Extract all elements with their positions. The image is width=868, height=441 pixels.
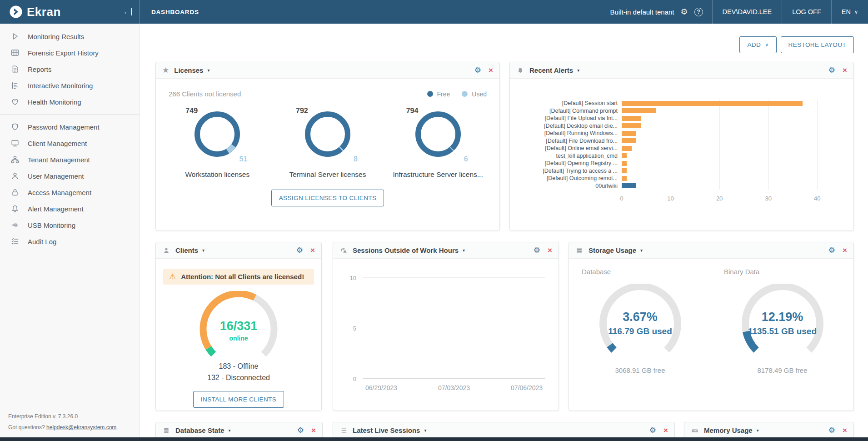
- sidebar-item-label: Client Management: [28, 140, 87, 147]
- widget-close-icon[interactable]: ×: [489, 66, 493, 75]
- sidebar-item-label: User Management: [28, 172, 84, 180]
- alert-bar-row: [622, 145, 842, 152]
- alert-bar: [622, 138, 636, 143]
- logoff-button[interactable]: LOG OFF: [782, 0, 831, 24]
- warning-text: Attention: Not all Clients are licensed!: [181, 273, 304, 281]
- topbar-right: Built-in default tenant ⚙ ? DEV\DAVID.LE…: [601, 0, 868, 24]
- lock-icon: [10, 187, 20, 197]
- sidebar-item-forensic-export-history[interactable]: Forensic Export History: [0, 45, 139, 61]
- chevron-down-icon[interactable]: ▾: [207, 68, 210, 73]
- sidebar-collapse-button[interactable]: ←: [123, 8, 132, 15]
- sidebar-item-monitoring-results[interactable]: Monitoring Results: [0, 28, 139, 45]
- brand-name: Ekran: [27, 5, 61, 19]
- widget-settings-icon[interactable]: ⚙: [828, 65, 835, 75]
- heart-icon: [10, 97, 20, 107]
- widget-close-icon[interactable]: ×: [663, 426, 668, 435]
- widget-settings-icon[interactable]: ⚙: [474, 65, 481, 75]
- chart-lines-icon: [10, 80, 20, 90]
- widget-title[interactable]: Memory Usage: [704, 426, 753, 434]
- x-tick-label: 0: [620, 195, 623, 202]
- widget-title[interactable]: Recent Alerts: [529, 66, 573, 74]
- chevron-down-icon[interactable]: ▾: [202, 248, 205, 253]
- current-user[interactable]: DEV\DAVID.LEE: [712, 0, 782, 24]
- sidebar-item-password-management[interactable]: Password Management: [0, 119, 139, 135]
- widget-close-icon[interactable]: ×: [843, 66, 847, 75]
- widget-sessions-header: Sessions Outside of Work Hours ▾ ⚙ ×: [333, 242, 559, 259]
- widget-title[interactable]: Database State: [175, 426, 224, 434]
- sidebar-item-client-management[interactable]: Client Management: [0, 135, 139, 151]
- alert-bar-row: [622, 107, 842, 115]
- chevron-down-icon[interactable]: ▾: [640, 248, 643, 253]
- chevron-down-icon[interactable]: ▾: [577, 68, 579, 73]
- film-icon: [10, 48, 20, 58]
- helpdesk-link[interactable]: helpdesk@ekransystem.com: [46, 424, 116, 431]
- widget-settings-icon[interactable]: ⚙: [828, 246, 835, 255]
- sidebar-item-user-management[interactable]: User Management: [0, 168, 139, 184]
- widget-settings-icon[interactable]: ⚙: [297, 426, 304, 435]
- database-gauge-chart: 3.67% 116.79 GB used: [591, 284, 689, 356]
- hard-drive-icon: [575, 246, 584, 255]
- alert-category-label: [Default] Trying to access a ...: [519, 167, 622, 175]
- alert-category-label: [Default] File Download fro...: [519, 137, 622, 145]
- sidebar-item-access-management[interactable]: Access Management: [0, 184, 139, 200]
- widget-settings-icon[interactable]: ⚙: [534, 246, 540, 255]
- sidebar-item-label: Alert Management: [28, 205, 84, 213]
- restore-layout-button[interactable]: RESTORE LAYOUT: [781, 36, 854, 53]
- not-licensed-note: 266 Clients not licensed: [169, 90, 241, 98]
- widget-close-icon[interactable]: ×: [310, 246, 315, 255]
- donut-used-count: 8: [354, 155, 358, 163]
- nav-dashboards[interactable]: DASHBOARDS: [140, 0, 211, 24]
- license-warning-banner: ⚠ Attention: Not all Clients are license…: [163, 269, 314, 285]
- chevron-down-icon[interactable]: ▾: [229, 428, 231, 433]
- widget-settings-icon[interactable]: ⚙: [649, 426, 656, 435]
- widget-clients-header: Clients ▾ ⚙ ×: [156, 242, 321, 259]
- sidebar-item-label: Reports: [28, 65, 52, 73]
- widget-title[interactable]: Storage Usage: [589, 246, 636, 254]
- alert-bar: [622, 176, 627, 181]
- widget-title[interactable]: Licenses: [174, 66, 203, 74]
- widget-close-icon[interactable]: ×: [548, 246, 552, 255]
- sidebar-item-tenant-management[interactable]: Tenant Management: [0, 151, 139, 168]
- bell-icon: [516, 66, 524, 75]
- sidebar-item-label: Interactive Monitoring: [28, 82, 93, 90]
- install-more-clients-button[interactable]: INSTALL MORE CLIENTS: [193, 391, 284, 408]
- widget-title[interactable]: Sessions Outside of Work Hours: [353, 246, 459, 254]
- alert-category-label: [Default] File Upload via Int...: [519, 115, 622, 122]
- tenant-settings-icon[interactable]: ⚙: [680, 7, 688, 17]
- sidebar-item-health-monitoring[interactable]: Health Monitoring: [0, 94, 139, 110]
- assign-licenses-button[interactable]: ASSIGN LICENSES TO CLIENTS: [271, 190, 384, 206]
- list-icon: [339, 426, 348, 435]
- sessions-bar-chart: 0510: [363, 278, 545, 379]
- widget-settings-icon[interactable]: ⚙: [828, 426, 835, 435]
- widget-close-icon[interactable]: ×: [843, 426, 847, 435]
- alert-bar-row: [622, 175, 842, 182]
- sidebar-item-usb-monitoring[interactable]: USB Monitoring: [0, 217, 139, 233]
- sidebar-item-audit-log[interactable]: Audit Log: [0, 233, 139, 250]
- language-dropdown[interactable]: EN ∨: [831, 0, 868, 24]
- clients-online-label: online: [190, 335, 287, 342]
- licenses-legend: Free Used: [427, 90, 487, 98]
- widget-settings-icon[interactable]: ⚙: [296, 246, 303, 255]
- sidebar-item-alert-management[interactable]: Alert Management: [0, 200, 139, 217]
- binary-used: 1135.51 GB used: [733, 326, 832, 336]
- alert-bar: [622, 131, 636, 136]
- sidebar-item-reports[interactable]: Reports: [0, 61, 139, 77]
- widget-title[interactable]: Latest Live Sessions: [353, 426, 420, 434]
- horizontal-scrollbar[interactable]: [0, 437, 868, 441]
- session-out-icon: [339, 246, 348, 255]
- chevron-down-icon[interactable]: ▾: [424, 428, 426, 433]
- sidebar-item-interactive-monitoring[interactable]: Interactive Monitoring: [0, 77, 139, 94]
- donut-free-count: 792: [296, 107, 308, 115]
- database-caption: Database: [569, 268, 711, 276]
- chevron-down-icon[interactable]: ▾: [463, 248, 465, 253]
- alert-bar: [622, 123, 641, 128]
- widget-clients: Clients ▾ ⚙ × ⚠ Attention: Not all Clien…: [155, 242, 322, 411]
- alert-category-label: [Default] Command prompt: [519, 107, 622, 115]
- add-widget-button[interactable]: ADD ∨: [739, 36, 776, 53]
- widget-close-icon[interactable]: ×: [843, 246, 847, 255]
- licenses-donut-labels: Workstation licensesTerminal Server lice…: [156, 163, 499, 179]
- chevron-down-icon[interactable]: ▾: [757, 428, 759, 433]
- widget-title[interactable]: Clients: [175, 246, 198, 254]
- help-icon[interactable]: ?: [694, 8, 703, 16]
- widget-close-icon[interactable]: ×: [311, 426, 316, 435]
